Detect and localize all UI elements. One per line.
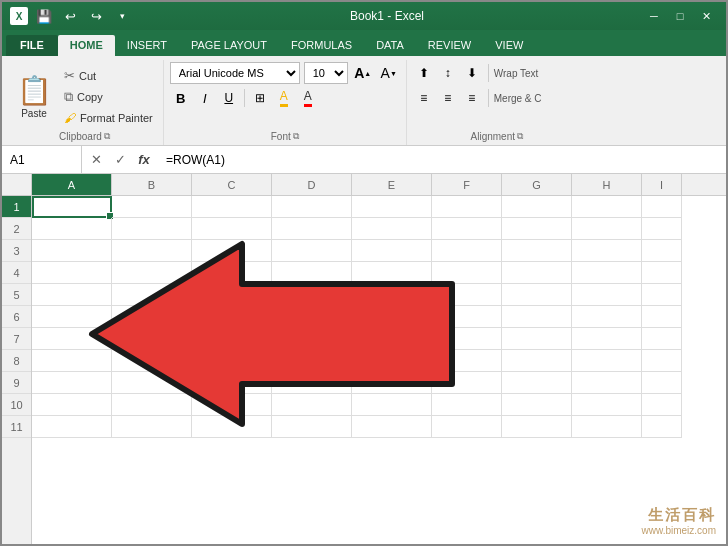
col-header-e[interactable]: E (352, 174, 432, 195)
col-header-f[interactable]: F (432, 174, 502, 195)
align-bot-button[interactable]: ⬇ (461, 62, 483, 84)
grid-cell-E3[interactable] (352, 240, 432, 262)
maximize-button[interactable]: □ (668, 7, 692, 25)
grid-cell-E7[interactable] (352, 328, 432, 350)
grid-cell-A6[interactable] (32, 306, 112, 328)
font-color-button[interactable]: A (297, 87, 319, 109)
grid-cell-F3[interactable] (432, 240, 502, 262)
grid-cell-A5[interactable] (32, 284, 112, 306)
grid-cell-E1[interactable] (352, 196, 432, 218)
grid-cell-I8[interactable] (642, 350, 682, 372)
grid-cell-H4[interactable] (572, 262, 642, 284)
grid-cell-A11[interactable] (32, 416, 112, 438)
grid-cell-C1[interactable] (192, 196, 272, 218)
underline-button[interactable]: U (218, 87, 240, 109)
grid-cell-A1[interactable] (32, 196, 112, 218)
col-header-b[interactable]: B (112, 174, 192, 195)
clipboard-expand-icon[interactable]: ⧉ (104, 131, 110, 142)
grid-cell-A7[interactable] (32, 328, 112, 350)
grid-cell-F1[interactable] (432, 196, 502, 218)
grid-cell-I7[interactable] (642, 328, 682, 350)
align-center-button[interactable]: ≡ (437, 87, 459, 109)
grid-cell-B6[interactable] (112, 306, 192, 328)
grid-cell-B7[interactable] (112, 328, 192, 350)
tab-view[interactable]: VIEW (483, 35, 535, 56)
fx-button[interactable]: fx (134, 150, 154, 170)
grid-cell-B3[interactable] (112, 240, 192, 262)
row-header-3[interactable]: 3 (2, 240, 31, 262)
grid-cell-G11[interactable] (502, 416, 572, 438)
grid-cell-C8[interactable] (192, 350, 272, 372)
font-size-select[interactable]: 10 (304, 62, 348, 84)
align-right-button[interactable]: ≡ (461, 87, 483, 109)
grid-cell-A8[interactable] (32, 350, 112, 372)
grid-cell-D1[interactable] (272, 196, 352, 218)
grid-cell-E11[interactable] (352, 416, 432, 438)
grid-cell-D2[interactable] (272, 218, 352, 240)
row-header-7[interactable]: 7 (2, 328, 31, 350)
grid-cell-G8[interactable] (502, 350, 572, 372)
grid-cell-G10[interactable] (502, 394, 572, 416)
grid-cell-B4[interactable] (112, 262, 192, 284)
grid-cell-E2[interactable] (352, 218, 432, 240)
qa-dropdown-button[interactable]: ▾ (112, 7, 132, 25)
grid-cell-G3[interactable] (502, 240, 572, 262)
grid-cell-F7[interactable] (432, 328, 502, 350)
row-header-4[interactable]: 4 (2, 262, 31, 284)
grid-cell-D5[interactable] (272, 284, 352, 306)
grid-cell-C7[interactable] (192, 328, 272, 350)
fill-color-button[interactable]: A (273, 87, 295, 109)
align-mid-button[interactable]: ↕ (437, 62, 459, 84)
grid-cell-B9[interactable] (112, 372, 192, 394)
grid-cell-D6[interactable] (272, 306, 352, 328)
row-header-9[interactable]: 9 (2, 372, 31, 394)
undo-qa-button[interactable]: ↩ (60, 7, 80, 25)
grid-cell-H3[interactable] (572, 240, 642, 262)
grid-cell-E9[interactable] (352, 372, 432, 394)
grid-cell-G1[interactable] (502, 196, 572, 218)
grid-cell-I9[interactable] (642, 372, 682, 394)
tab-home[interactable]: HOME (58, 35, 115, 56)
grid-cell-H7[interactable] (572, 328, 642, 350)
formula-cancel-button[interactable]: ✕ (86, 150, 106, 170)
cell-reference-input[interactable] (2, 146, 82, 173)
grid-cell-F11[interactable] (432, 416, 502, 438)
col-header-i[interactable]: I (642, 174, 682, 195)
copy-button[interactable]: ⧉ Copy (60, 87, 157, 107)
row-header-10[interactable]: 10 (2, 394, 31, 416)
grid-cell-D4[interactable] (272, 262, 352, 284)
grid-cell-H5[interactable] (572, 284, 642, 306)
grid-cell-A4[interactable] (32, 262, 112, 284)
grid-cell-C9[interactable] (192, 372, 272, 394)
grid-cell-B1[interactable] (112, 196, 192, 218)
grid-cell-E6[interactable] (352, 306, 432, 328)
grid-cell-H6[interactable] (572, 306, 642, 328)
grid-cell-D7[interactable] (272, 328, 352, 350)
grid-cell-H1[interactable] (572, 196, 642, 218)
close-button[interactable]: ✕ (694, 7, 718, 25)
grid-cell-F9[interactable] (432, 372, 502, 394)
row-header-1[interactable]: 1 (2, 196, 31, 218)
col-header-g[interactable]: G (502, 174, 572, 195)
grid-cell-B2[interactable] (112, 218, 192, 240)
italic-button[interactable]: I (194, 87, 216, 109)
tab-insert[interactable]: INSERT (115, 35, 179, 56)
grid-cell-C2[interactable] (192, 218, 272, 240)
grid-cell-E8[interactable] (352, 350, 432, 372)
grid-cell-F8[interactable] (432, 350, 502, 372)
tab-file[interactable]: FILE (6, 35, 58, 56)
grid-cell-B10[interactable] (112, 394, 192, 416)
tab-review[interactable]: REVIEW (416, 35, 483, 56)
grid-cell-A10[interactable] (32, 394, 112, 416)
grid-cell-I11[interactable] (642, 416, 682, 438)
grid-cell-F6[interactable] (432, 306, 502, 328)
grid-cell-I10[interactable] (642, 394, 682, 416)
grid-cell-G7[interactable] (502, 328, 572, 350)
tab-pagelayout[interactable]: PAGE LAYOUT (179, 35, 279, 56)
grid-cell-B8[interactable] (112, 350, 192, 372)
grid-cell-I3[interactable] (642, 240, 682, 262)
grid-cell-A3[interactable] (32, 240, 112, 262)
grid-cell-F10[interactable] (432, 394, 502, 416)
grid-cell-I2[interactable] (642, 218, 682, 240)
row-header-6[interactable]: 6 (2, 306, 31, 328)
